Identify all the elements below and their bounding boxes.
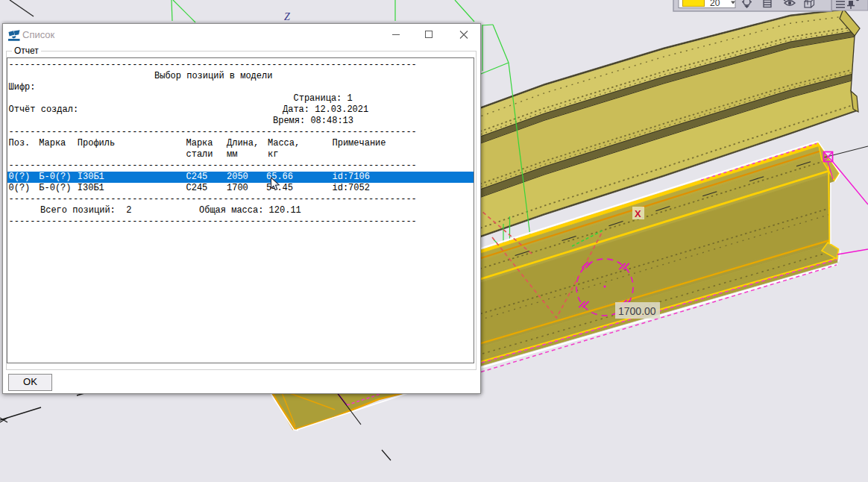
svg-text:Z: Z [284, 11, 290, 22]
svg-text:20: 20 [710, 0, 720, 8]
svg-text:X: X [635, 208, 641, 219]
svg-text:1700.00: 1700.00 [618, 305, 656, 317]
